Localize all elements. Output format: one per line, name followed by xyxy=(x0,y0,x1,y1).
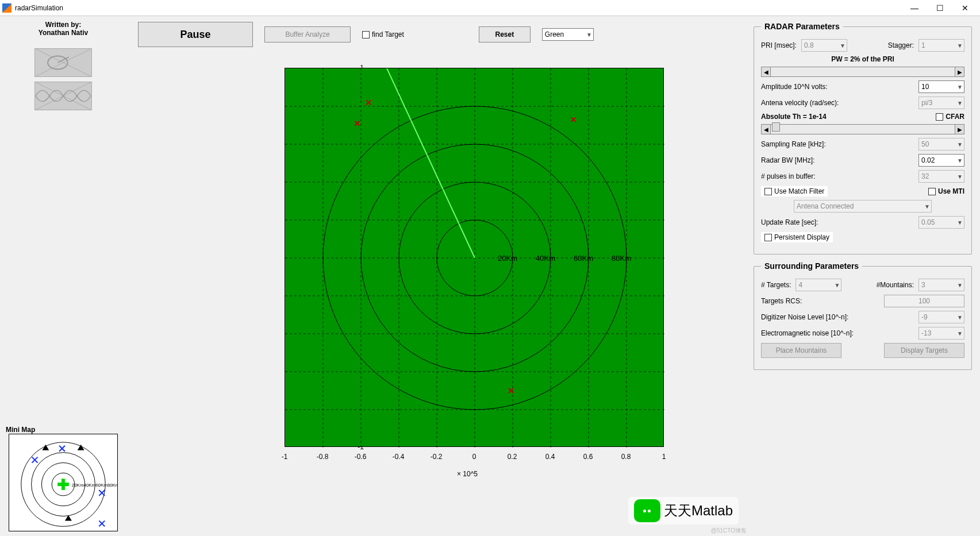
wechat-icon xyxy=(634,499,660,522)
targets-select[interactable]: 4▼ xyxy=(795,279,841,291)
radar-legend: RADAR Parameters xyxy=(761,22,843,31)
update-rate-label: Update Rate [sec]: xyxy=(761,218,818,226)
noise-select[interactable]: -9▼ xyxy=(918,311,964,323)
minimize-button[interactable]: — xyxy=(902,1,927,15)
stagger-select[interactable]: 1▼ xyxy=(918,39,964,52)
stagger-label: Stagger: xyxy=(888,41,914,49)
watermark: 天天Matlab xyxy=(628,497,739,525)
match-filter-checkbox[interactable]: Use Match Filter xyxy=(761,186,828,196)
ring-label-80: 80Km xyxy=(612,254,631,263)
xtick: 0.4 xyxy=(545,453,555,461)
xtick: -1 xyxy=(282,453,288,461)
thumb-wave-icon xyxy=(34,82,92,110)
app-logo-icon xyxy=(2,3,11,13)
xtick: 0 xyxy=(472,453,476,461)
credit-line2: Yonathan Nativ xyxy=(39,29,88,37)
mountains-label: #Mountains: xyxy=(877,281,914,289)
place-mountains-button[interactable]: Place Mountains xyxy=(761,343,841,358)
surrounding-parameters-panel: Surrounding Parameters # Targets: 4▼ #Mo… xyxy=(754,261,972,370)
display-targets-button[interactable]: Display Targets xyxy=(884,343,964,358)
radar-bw-label: Radar BW [MHz]: xyxy=(761,156,814,164)
right-sidebar: RADAR Parameters PRI [msec]: 0.8▼ Stagge… xyxy=(750,16,980,536)
minimap: 20Km40Km60Km80Km xyxy=(9,434,118,531)
thumb-antenna-icon xyxy=(34,48,92,77)
left-sidebar: Written by: Yonathan Nativ Mini Map 20Km… xyxy=(0,16,126,536)
watermark-credit: @51CTO博客 xyxy=(711,527,747,535)
xtick: -0.8 xyxy=(317,453,329,461)
radar-ppi-plot: 20Km 40Km 60Km 80Km xyxy=(285,68,664,447)
abs-th-label: Absolute Th = 1e-14 xyxy=(761,113,827,121)
antena-velocity-label: Antena velocity (rad/sec): xyxy=(761,99,839,107)
svg-text:20Km40Km60Km80Km: 20Km40Km60Km80Km xyxy=(72,483,117,488)
mountains-select[interactable]: 3▼ xyxy=(918,279,964,291)
radar-bw-select[interactable]: 0.02▼ xyxy=(918,154,964,167)
pause-button[interactable]: Pause xyxy=(138,22,253,47)
ring-label-60: 60Km xyxy=(574,254,593,263)
watermark-text: 天天Matlab xyxy=(664,502,733,520)
xtick: 1 xyxy=(662,453,666,461)
toolbar: Pause Buffer Analyze find Target Reset G… xyxy=(126,16,750,47)
em-select[interactable]: -13▼ xyxy=(918,327,964,340)
pulses-select[interactable]: 32▼ xyxy=(918,170,964,183)
rcs-field[interactable]: 100 xyxy=(884,295,964,307)
window-title: radarSimulation xyxy=(15,4,63,12)
reset-button[interactable]: Reset xyxy=(479,26,531,43)
xtick: -0.4 xyxy=(393,453,405,461)
main-area: Pause Buffer Analyze find Target Reset G… xyxy=(126,16,750,536)
xtick: 0.2 xyxy=(508,453,517,461)
noise-label: Digitizer Noise Level [10^-n]: xyxy=(761,313,848,321)
amplitude-label: Amplitude 10^N volts: xyxy=(761,83,828,91)
pri-label: PRI [msec]: xyxy=(761,41,797,49)
pw-note: PW = 2% of the PRI xyxy=(831,55,894,63)
credit-line1: Written by: xyxy=(39,21,88,29)
titlebar: radarSimulation — ☐ ✕ xyxy=(0,0,980,16)
sampling-rate-label: Sampling Rate [kHz]: xyxy=(761,140,826,148)
cfar-checkbox[interactable]: CFAR xyxy=(936,113,964,121)
minimap-title: Mini Map xyxy=(6,426,35,434)
ring-label-40: 40Km xyxy=(536,254,555,263)
buffer-analyze-button[interactable]: Buffer Analyze xyxy=(264,26,351,43)
pw-slider[interactable]: ◀▶ xyxy=(761,67,964,77)
ring-label-20: 20Km xyxy=(498,254,517,263)
radar-parameters-panel: RADAR Parameters PRI [msec]: 0.8▼ Stagge… xyxy=(754,22,972,254)
sampling-rate-select[interactable]: 50▼ xyxy=(918,138,964,151)
xtick: -0.6 xyxy=(355,453,367,461)
close-button[interactable]: ✕ xyxy=(952,1,978,15)
author-credit: Written by: Yonathan Nativ xyxy=(39,21,88,37)
xtick: 0.8 xyxy=(621,453,631,461)
color-scheme-value: Green xyxy=(545,30,564,38)
find-target-checkbox[interactable]: find Target xyxy=(362,30,404,38)
xtick: 0.6 xyxy=(583,453,593,461)
threshold-slider[interactable]: ◀▶ xyxy=(761,124,964,134)
pri-select[interactable]: 0.8▼ xyxy=(801,39,847,52)
antena-connected-select[interactable]: Antena Connected▼ xyxy=(794,200,932,213)
maximize-button[interactable]: ☐ xyxy=(927,1,952,15)
targets-label: # Targets: xyxy=(761,281,791,289)
mti-checkbox[interactable]: Use MTI xyxy=(928,187,964,195)
pulses-label: # pulses in buffer: xyxy=(761,172,816,180)
surround-legend: Surrounding Parameters xyxy=(761,261,862,271)
xtick: -0.2 xyxy=(431,453,443,461)
find-target-label: find Target xyxy=(372,30,404,38)
amplitude-select[interactable]: 10▼ xyxy=(918,80,964,93)
color-scheme-select[interactable]: Green▼ xyxy=(542,28,594,41)
persistent-display-checkbox[interactable]: Persistent Display xyxy=(761,232,833,242)
svg-line-47 xyxy=(366,68,475,258)
axis-scale-note: × 10^5 xyxy=(457,470,478,478)
rcs-label: Targets RCS: xyxy=(761,297,802,305)
antena-velocity-select[interactable]: pi/3▼ xyxy=(918,97,964,109)
update-rate-select[interactable]: 0.05▼ xyxy=(918,216,964,229)
em-label: Electromagnetic noise [10^-n]: xyxy=(761,329,854,337)
